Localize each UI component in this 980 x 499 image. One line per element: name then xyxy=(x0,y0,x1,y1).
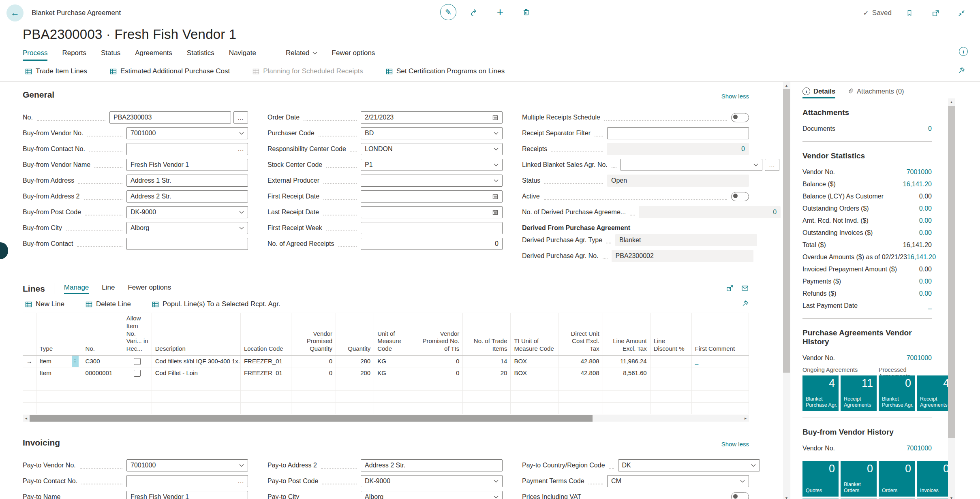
empty-cell[interactable] xyxy=(418,402,463,414)
field-input[interactable] xyxy=(361,206,503,218)
chevron-down-icon[interactable] xyxy=(494,480,499,483)
empty-cell[interactable] xyxy=(336,379,374,390)
empty-cell[interactable] xyxy=(82,390,123,402)
column-header-allow-item-no-vari-in-rec[interactable]: Allow Item No. Vari... in Rec... xyxy=(123,313,152,355)
empty-cell[interactable] xyxy=(240,379,291,390)
empty-cell[interactable] xyxy=(558,379,603,390)
column-header-no[interactable]: No. xyxy=(82,313,123,355)
tab-statistics[interactable]: Statistics xyxy=(187,49,214,61)
factbox-row-value[interactable]: 0.00 xyxy=(919,205,932,212)
empty-cell[interactable] xyxy=(36,390,82,402)
factbox-row-value[interactable]: 0.00 xyxy=(919,229,932,237)
cell-trade-items[interactable]: 14 xyxy=(463,355,511,367)
table-row[interactable]: Item00000001Cod Fillet - LoinFREEZER_010… xyxy=(23,367,749,379)
field-input[interactable] xyxy=(126,238,248,250)
empty-cell[interactable] xyxy=(36,402,82,414)
action-set-certification-programs-on-lines[interactable]: Set Certification Programs on Lines xyxy=(383,67,507,76)
column-header-unit-of-measure-code[interactable]: Unit of Measure Code xyxy=(374,313,418,355)
lines-menu-line[interactable]: Line xyxy=(102,284,115,294)
empty-cell[interactable] xyxy=(691,379,749,390)
factbox-row-value[interactable]: 7001000 xyxy=(907,168,932,176)
empty-cell[interactable] xyxy=(603,390,650,402)
empty-cell[interactable] xyxy=(463,402,511,414)
share-grid-icon[interactable] xyxy=(726,284,734,292)
main-vertical-scrollbar[interactable]: ▴ ▾ xyxy=(783,82,790,499)
cell-line-discount[interactable] xyxy=(650,355,691,367)
cue-tile-quotes[interactable]: 0Quotes xyxy=(802,461,839,497)
chevron-down-icon[interactable] xyxy=(494,495,499,499)
invoicing-show-less-link[interactable]: Show less xyxy=(721,441,749,448)
column-header-vendor-promised-no-of-tis[interactable]: Vendor Promised No. of TIs xyxy=(418,313,463,355)
chevron-down-icon[interactable] xyxy=(239,132,244,135)
tab-status[interactable]: Status xyxy=(101,49,120,61)
action-trade-item-lines[interactable]: Trade Item Lines xyxy=(23,67,90,76)
field-input[interactable] xyxy=(607,127,749,139)
cell-line-amount[interactable]: 11,986.24 xyxy=(603,355,650,367)
scroll-left-arrow[interactable]: ◂ xyxy=(23,415,30,422)
field-input[interactable]: PBA2300003 xyxy=(109,111,231,124)
empty-cell[interactable] xyxy=(152,379,240,390)
field-input[interactable] xyxy=(361,175,503,187)
cell-line-discount[interactable] xyxy=(650,367,691,379)
cell-description[interactable]: Cod fillets sl/bl IQF 300-400 1x... xyxy=(152,355,240,367)
empty-cell[interactable] xyxy=(511,402,558,414)
new-button[interactable]: + xyxy=(492,4,508,20)
field-input[interactable]: … xyxy=(126,143,248,155)
empty-cell[interactable] xyxy=(650,379,691,390)
cell-vendor-promised-tis[interactable]: 0 xyxy=(418,355,463,367)
chevron-down-icon[interactable] xyxy=(753,163,758,166)
empty-cell[interactable] xyxy=(650,402,691,414)
factbox-row-value[interactable]: 7001000 xyxy=(907,445,932,452)
column-header-no-of-trade-items[interactable]: No. of Trade Items xyxy=(463,313,511,355)
empty-cell[interactable] xyxy=(123,390,152,402)
cell-uom[interactable]: KG xyxy=(374,367,418,379)
general-show-less-link[interactable]: Show less xyxy=(721,93,749,100)
action-popul-line-s-to-a-selected-rcpt-agr[interactable]: Popul. Line(s) To a Selected Rcpt. Agr. xyxy=(150,300,283,309)
scroll-up-arrow[interactable]: ▴ xyxy=(948,98,955,105)
chevron-down-icon[interactable] xyxy=(239,211,244,214)
empty-cell[interactable] xyxy=(374,379,418,390)
column-header-location-code[interactable]: Location Code xyxy=(240,313,291,355)
empty-cell[interactable] xyxy=(23,379,36,390)
column-header-description[interactable]: Description xyxy=(152,313,240,355)
scroll-up-arrow[interactable]: ▴ xyxy=(783,82,790,89)
field-input[interactable]: Address 2 Str. xyxy=(361,459,503,471)
empty-cell[interactable] xyxy=(374,390,418,402)
column-header-first-comment[interactable]: First Comment xyxy=(691,313,749,355)
action-estimated-additional-purchase-cost[interactable]: Estimated Additional Purchase Cost xyxy=(107,67,232,76)
empty-cell[interactable] xyxy=(691,390,749,402)
info-icon[interactable]: i xyxy=(959,47,968,56)
action-delete-line[interactable]: Delete Line xyxy=(83,300,133,309)
column-header-ti-unit-of-measure-code[interactable]: TI Unit of Measure Code xyxy=(511,313,558,355)
delete-button[interactable] xyxy=(518,4,534,20)
factbox-row-value[interactable]: 0.00 xyxy=(919,278,932,285)
field-input[interactable]: P1 xyxy=(361,159,503,171)
empty-cell[interactable] xyxy=(650,390,691,402)
bookmark-button[interactable] xyxy=(901,5,918,21)
table-empty-row[interactable] xyxy=(23,402,749,414)
field-input[interactable] xyxy=(361,190,503,203)
empty-cell[interactable] xyxy=(123,402,152,414)
checkbox-unchecked[interactable] xyxy=(134,358,141,365)
chevron-down-icon[interactable] xyxy=(494,163,499,166)
field-input[interactable]: DK-9000 xyxy=(361,475,503,487)
collapse-button[interactable] xyxy=(953,5,969,21)
empty-cell[interactable] xyxy=(23,390,36,402)
tab-details[interactable]: i Details xyxy=(802,87,835,98)
factbox-row-value[interactable]: 16,141.20 xyxy=(903,181,932,188)
cell-allow-item-variant[interactable] xyxy=(123,367,152,379)
first-comment-link[interactable]: _ xyxy=(695,358,698,365)
chevron-down-icon[interactable] xyxy=(239,464,244,467)
cell-no[interactable]: C300 xyxy=(82,355,123,367)
toggle-switch-off[interactable] xyxy=(731,113,749,122)
empty-cell[interactable] xyxy=(374,402,418,414)
field-input[interactable]: DK-9000 xyxy=(126,206,248,218)
cell-direct-unit-cost[interactable]: 42.808 xyxy=(558,367,603,379)
tab-navigate[interactable]: Navigate xyxy=(229,49,256,61)
share-button[interactable] xyxy=(466,4,482,20)
empty-cell[interactable] xyxy=(240,390,291,402)
scroll-down-arrow[interactable]: ▾ xyxy=(948,495,955,499)
chevron-down-icon[interactable] xyxy=(494,132,499,135)
cell-allow-item-variant[interactable] xyxy=(123,355,152,367)
empty-cell[interactable] xyxy=(463,390,511,402)
